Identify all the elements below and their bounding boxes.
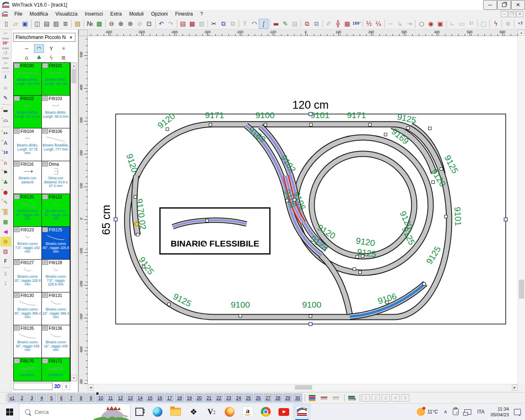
page-tab-7[interactable]: 7	[67, 394, 75, 402]
layer-red-button[interactable]	[319, 394, 329, 402]
split-track2-button[interactable]: ¼	[374, 19, 383, 29]
page-tab-3[interactable]: 3	[27, 394, 36, 402]
wintrack-taskbar-icon[interactable]	[293, 404, 311, 420]
menu-item-extra[interactable]: Extra	[107, 10, 126, 18]
page-tab-6[interactable]: 6	[57, 394, 66, 402]
dropbox-icon[interactable]: ❖	[185, 404, 203, 420]
part-cell-fi9116[interactable]: ─FI9116Binario con paraurti	[14, 161, 42, 194]
search-input[interactable]	[34, 409, 84, 415]
library-select[interactable]: Fleischmann Piccolo N ▼	[13, 33, 75, 42]
part-cell-fi9104[interactable]: ─FI9104Binario diritto, Lungh. 27.75 mm	[14, 128, 42, 161]
add-to-list-button[interactable]: ▤	[290, 19, 299, 29]
usb-tray-icon[interactable]	[450, 404, 461, 420]
menu-item-finestra[interactable]: Finestra	[171, 10, 196, 18]
undo-button[interactable]: ↶	[157, 19, 166, 29]
parts-scroll-thumb[interactable]	[71, 69, 76, 83]
menu-item-modifica[interactable]: Modifica	[26, 10, 52, 18]
page-tab-13[interactable]: 13	[126, 394, 135, 402]
scroll-up-icon[interactable]: ▲	[518, 30, 525, 36]
view-cone-tool[interactable]: ◀	[0, 227, 11, 237]
page-tab-1[interactable]: x1	[8, 394, 16, 402]
page-tab-18[interactable]: 18	[175, 394, 184, 402]
menu-item-visualizza[interactable]: Visualizza	[52, 10, 81, 18]
switch-parts-tab[interactable]: Y	[46, 44, 56, 53]
menu-item-file[interactable]: File	[11, 10, 26, 18]
straight-tool-button[interactable]: ▬	[271, 19, 281, 29]
page-tab-22[interactable]: 22	[215, 394, 223, 402]
layer-square-4[interactable]: 4	[391, 394, 399, 402]
page-tab-14[interactable]: 14	[136, 394, 144, 402]
spacing2-tool[interactable]: ↧	[0, 279, 11, 289]
page-tab-9[interactable]: 9	[87, 394, 95, 402]
mdi-restore-button[interactable]: ❐	[509, 11, 516, 17]
page-tab-24[interactable]: 24	[234, 394, 243, 402]
zoom-out-button[interactable]: ⊖	[107, 19, 116, 29]
spacing-tool[interactable]: ↨	[0, 269, 11, 279]
text-tool[interactable]: ✳A	[0, 138, 11, 148]
page-tab-17[interactable]: 17	[165, 394, 174, 402]
track-plan-canvas[interactable]: 120 cm65 cmBINARIO FLESSIBILE 9120917191…	[88, 36, 518, 384]
accessories-tab[interactable]: ⌂	[22, 53, 32, 62]
page-tab-4[interactable]: 4	[37, 394, 46, 402]
save-button[interactable]: ▣	[21, 19, 30, 29]
part-cell-fi9103[interactable]: ─FI9103Binario diritto, Lungh. 55.5 mm	[42, 96, 70, 128]
slope-button[interactable]: ✐	[324, 19, 333, 29]
report-button[interactable]: ≣	[61, 19, 70, 29]
flex-bend-tool[interactable]: ↺FLEX	[0, 51, 11, 61]
curve-tool-button[interactable]: ◠	[250, 19, 259, 29]
close-button[interactable]: ×	[511, 0, 525, 10]
switch-tool-button[interactable]: Y	[240, 19, 250, 29]
part-cell-fi9101[interactable]: ─FI9101Binario diritto, Lungh. 111 mm	[42, 63, 70, 96]
image-tool[interactable]: ▩	[0, 217, 11, 227]
page-tab-30[interactable]: 30	[293, 394, 302, 402]
segment-button[interactable]: ▭	[457, 19, 467, 29]
part-cell-fi9125[interactable]: ─FI9125Binario curvo 45°, raggio 225.6 m…	[42, 227, 70, 260]
paste-button[interactable]: ⧉	[228, 19, 237, 29]
layer-square-5[interactable]: 5	[401, 394, 409, 402]
print-button[interactable]: ▤	[42, 19, 51, 29]
rotate-180-button[interactable]: 180°	[352, 19, 361, 29]
page-tab-10[interactable]: 10	[96, 394, 105, 402]
vlc-v-icon[interactable]: V:	[203, 404, 221, 420]
clock-widget[interactable]: 11:34 05/04/23	[487, 406, 512, 418]
page-tab-11[interactable]: 11	[106, 394, 115, 402]
move-parts-button[interactable]: ╬	[333, 19, 343, 29]
measure-bar-tool[interactable]: ✳▬	[0, 106, 11, 116]
part-cell-dima[interactable]: ─DimaDima con distanze 33.6 e 67.2 mm	[42, 161, 70, 194]
task-view-icon[interactable]	[130, 404, 148, 420]
help-cursor-button[interactable]: ↖?	[516, 19, 525, 29]
part-cell-fi9136[interactable]: ─FI9136Binario curvo 15°, raggio 430 mm	[42, 325, 70, 358]
layer-flat-button[interactable]	[331, 394, 341, 402]
cut-track-tool[interactable]: ✎	[0, 93, 11, 103]
object-tool[interactable]: ✳●	[0, 187, 11, 197]
mdi-minimize-button[interactable]: ─	[501, 11, 508, 17]
page-tab-29[interactable]: 29	[283, 394, 292, 402]
flex-20-tool[interactable]: 20°FLEX	[0, 41, 11, 51]
print-pages-button[interactable]: ▥	[51, 19, 61, 29]
firefox-icon[interactable]	[221, 404, 239, 420]
height-label-tool[interactable]: ✳10	[0, 148, 11, 158]
special-parts-tab[interactable]: ✳	[59, 44, 68, 53]
contact-square-button[interactable]: ▣	[436, 19, 445, 29]
3d-view-button[interactable]: 3D	[54, 383, 61, 389]
page-tab-25[interactable]: 25	[244, 394, 253, 402]
camera-tool[interactable]: ⊙	[0, 237, 11, 247]
chrome-icon[interactable]	[257, 404, 275, 420]
part-search-input[interactable]	[13, 383, 52, 390]
layer-square-1[interactable]: 1	[362, 394, 370, 402]
h-scroll-thumb[interactable]	[295, 385, 312, 390]
part-cell-fi9100[interactable]: ─FI9100Binario diritto, Lungh. 222 mm	[14, 63, 42, 96]
scroll-down-icon[interactable]: ▼	[71, 375, 77, 381]
canvas-vertical-scrollbar[interactable]: ▲ ▼	[518, 30, 525, 390]
canvas-horizontal-scrollbar[interactable]: ◀ ▶	[88, 384, 518, 390]
overlap-gray-button[interactable]: ⧉	[312, 19, 321, 29]
vegetation-tool[interactable]: ✳♣	[0, 178, 11, 187]
part-cell-fi9131[interactable]: ─FI9131Binario curvo 15°, raggio 396.4 m…	[42, 292, 70, 325]
scroll-up-icon[interactable]: ▲	[71, 63, 77, 69]
zoom-fit-button[interactable]: ⊡	[144, 19, 154, 29]
cut-button[interactable]: ✂	[209, 19, 219, 29]
hatch-tool[interactable]: ▨	[0, 247, 11, 256]
menu-item-opzioni[interactable]: Opzioni	[147, 10, 171, 18]
insert-plan-button[interactable]: ▨	[73, 19, 82, 29]
renumber-button[interactable]: №	[85, 19, 95, 29]
